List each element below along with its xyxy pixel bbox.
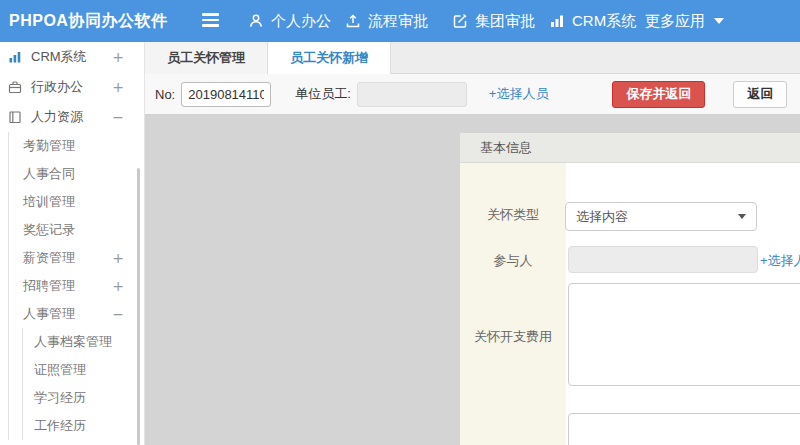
sidebar-item-label: 培训管理	[23, 193, 75, 211]
select-value: 选择内容	[576, 209, 628, 224]
sidebar-item-attendance[interactable]: 考勤管理	[9, 132, 144, 160]
top-navbar: PHPOA协同办公软件 个人办公 流程审批 集团审批	[0, 0, 800, 42]
select-person-link[interactable]: +选择人员	[489, 85, 549, 103]
sidebar-item-certificates[interactable]: 证照管理	[23, 356, 144, 384]
tab-employee-care-management[interactable]: 员工关怀管理	[145, 42, 268, 74]
expand-plus-icon[interactable]: +	[112, 250, 124, 266]
sidebar-scrollbar[interactable]	[137, 168, 140, 445]
expand-plus-icon[interactable]: +	[112, 278, 124, 294]
content-canvas: 基本信息 关怀类型 选择内容 参与人 +选择人员 关怀开支费用 关怀效果	[145, 115, 800, 445]
sidebar-item-label: 证照管理	[34, 361, 86, 379]
hamburger-menu-icon[interactable]	[202, 13, 219, 29]
save-and-return-button[interactable]: 保存并返回	[612, 81, 705, 108]
sidebar-hr-submenu: 考勤管理 人事合同 培训管理 奖惩记录 薪资管理 + 招聘管理 + 人事管理 −…	[8, 132, 144, 440]
sidebar-item-label: 人力资源	[31, 108, 83, 126]
sidebar-item-label: 行政办公	[31, 78, 83, 96]
sidebar-item-rewards-punishments[interactable]: 奖惩记录	[9, 216, 144, 244]
nav-item-group-approval[interactable]: 集团审批	[452, 0, 535, 42]
sidebar-personnel-submenu: 人事档案管理 证照管理 学习经历 工作经历	[22, 328, 144, 440]
book-icon	[8, 110, 23, 125]
nav-item-label: 流程审批	[368, 12, 428, 31]
panel-body: 关怀类型 选择内容 参与人 +选择人员 关怀开支费用 关怀效果	[460, 163, 800, 445]
no-input[interactable]	[181, 82, 271, 107]
nav-item-crm-system[interactable]: CRM系统	[549, 0, 636, 42]
sidebar-item-hr-contract[interactable]: 人事合同	[9, 160, 144, 188]
participants-input[interactable]	[568, 246, 758, 273]
sidebar-item-label: 人事合同	[23, 165, 75, 183]
sidebar-item-label: CRM系统	[31, 48, 87, 66]
sidebar-nav: CRM系统 + 行政办公 + 人力资源 − 考勤管理 人事合同 培训管理	[0, 42, 145, 445]
care-cost-textarea[interactable]	[568, 283, 800, 386]
nav-item-label: 个人办公	[271, 12, 331, 31]
upload-tray-icon	[345, 13, 361, 29]
panel-title: 基本信息	[460, 133, 800, 163]
sidebar-item-salary[interactable]: 薪资管理 +	[9, 244, 144, 272]
sidebar-item-label: 学习经历	[34, 389, 86, 407]
sidebar-item-personnel-files[interactable]: 人事档案管理	[23, 328, 144, 356]
tab-employee-care-new[interactable]: 员工关怀新增	[268, 42, 391, 74]
sidebar-item-admin-office[interactable]: 行政办公 +	[0, 72, 144, 102]
sidebar-item-training[interactable]: 培训管理	[9, 188, 144, 216]
form-toolbar: No: 单位员工: +选择人员 保存并返回 返回	[145, 74, 800, 115]
basic-info-panel: 基本信息 关怀类型 选择内容 参与人 +选择人员 关怀开支费用 关怀效果	[460, 133, 800, 445]
tab-bar: 员工关怀管理 员工关怀新增	[145, 42, 800, 74]
collapse-minus-icon[interactable]: −	[112, 109, 124, 125]
no-label: No:	[155, 87, 175, 102]
sidebar-item-label: 人事档案管理	[34, 333, 112, 351]
sidebar-item-study-history[interactable]: 学习经历	[23, 384, 144, 412]
select-participants-link[interactable]: +选择人员	[760, 252, 800, 270]
care-type-label: 关怀类型	[460, 206, 566, 224]
care-effect-textarea[interactable]	[568, 413, 800, 445]
user-icon	[248, 13, 264, 29]
sidebar-item-label: 薪资管理	[23, 249, 75, 267]
nav-item-personal-office[interactable]: 个人办公	[248, 0, 331, 42]
edit-icon	[452, 13, 468, 29]
unit-employee-input[interactable]	[357, 82, 467, 107]
nav-item-label: 集团审批	[475, 12, 535, 31]
bar-chart-icon	[8, 50, 23, 65]
sidebar-item-hr[interactable]: 人力资源 −	[0, 102, 144, 132]
sidebar-item-personnel[interactable]: 人事管理 −	[9, 300, 144, 328]
briefcase-icon	[8, 80, 23, 95]
collapse-minus-icon[interactable]: −	[112, 306, 124, 322]
app-logo: PHPOA协同办公软件	[9, 0, 167, 42]
nav-item-label: 更多应用	[645, 12, 705, 31]
bar-chart-icon	[549, 13, 565, 29]
expand-plus-icon[interactable]: +	[112, 49, 124, 65]
sidebar-item-crm-system[interactable]: CRM系统 +	[0, 42, 144, 72]
caret-down-icon	[714, 18, 724, 24]
care-cost-label: 关怀开支费用	[460, 328, 566, 346]
nav-item-workflow-approval[interactable]: 流程审批	[345, 0, 428, 42]
nav-item-label: CRM系统	[572, 12, 636, 31]
expand-plus-icon[interactable]: +	[112, 79, 124, 95]
sidebar-item-work-history[interactable]: 工作经历	[23, 412, 144, 440]
sidebar-item-label: 工作经历	[34, 417, 86, 435]
sidebar-item-label: 奖惩记录	[23, 221, 75, 239]
sidebar-item-recruitment[interactable]: 招聘管理 +	[9, 272, 144, 300]
sidebar-item-label: 考勤管理	[23, 137, 75, 155]
caret-down-icon	[738, 214, 746, 219]
sidebar-item-label: 人事管理	[23, 305, 75, 323]
back-button[interactable]: 返回	[733, 81, 787, 108]
sidebar-item-label: 招聘管理	[23, 277, 75, 295]
care-type-select[interactable]: 选择内容	[565, 202, 757, 231]
participants-label: 参与人	[460, 252, 566, 270]
unit-employee-label: 单位员工:	[295, 85, 351, 103]
nav-item-more-apps[interactable]: 更多应用	[645, 0, 724, 42]
